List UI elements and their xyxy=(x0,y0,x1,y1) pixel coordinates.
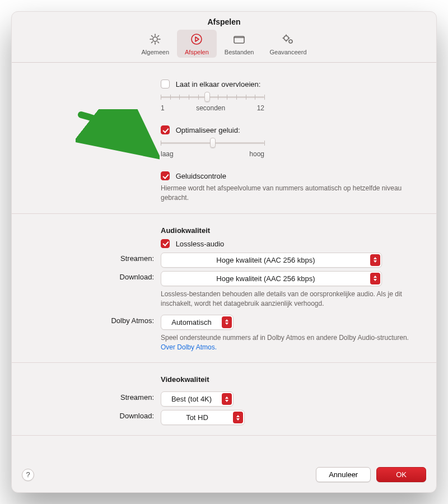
optimize-checkbox[interactable] xyxy=(161,125,170,134)
video-stream-label: Streamen: xyxy=(32,391,161,402)
tab-advanced[interactable]: Geavanceerd xyxy=(262,30,314,58)
audio-header: Audiokwaliteit xyxy=(161,226,416,235)
soundcheck-desc: Hiermee wordt het afspeelvolume van numm… xyxy=(161,184,416,203)
optimize-high: hoog xyxy=(249,150,264,158)
select-caret-icon xyxy=(233,412,243,423)
tab-files[interactable]: Bestanden xyxy=(217,30,262,58)
lossless-checkbox[interactable] xyxy=(161,239,170,248)
dolby-desc: Speel ondersteunde nummers af in Dolby A… xyxy=(161,333,416,353)
optimize-label: Optimaliseer geluid: xyxy=(176,126,240,134)
help-button[interactable]: ? xyxy=(22,469,34,481)
audio-stream-select[interactable]: Hoge kwaliteit (AAC 256 kbps) xyxy=(161,253,382,268)
optimize-low: laag xyxy=(161,150,174,158)
lossless-label: Lossless-audio xyxy=(176,240,225,248)
svg-point-1 xyxy=(192,34,202,44)
audio-download-label: Download: xyxy=(32,271,161,281)
crossfade-min: 1 xyxy=(161,104,165,112)
soundcheck-checkbox[interactable] xyxy=(161,171,170,180)
crossfade-row: Laat in elkaar overvloeien: 1 seconden 1… xyxy=(32,80,416,112)
svg-point-3 xyxy=(284,36,288,40)
cancel-button[interactable]: Annuleer xyxy=(316,467,371,482)
soundcheck-row: Geluidscontrole Hiermee wordt het afspee… xyxy=(32,171,416,203)
tab-label: Algemeen xyxy=(141,49,169,55)
soundcheck-label: Geluidscontrole xyxy=(176,172,226,180)
pref-toolbar: Algemeen Afspelen Bestanden Geavanceerd xyxy=(12,30,436,63)
footer: ? Annuleer OK xyxy=(12,459,436,492)
crossfade-checkbox[interactable] xyxy=(161,80,170,88)
dolby-label: Dolby Atmos: xyxy=(32,315,161,325)
gears-icon xyxy=(281,32,295,46)
tab-label: Bestanden xyxy=(225,49,254,55)
window-title: Afspelen xyxy=(12,12,436,30)
lossless-desc: Lossless-bestanden behouden alle details… xyxy=(161,290,416,309)
video-header: Videokwaliteit xyxy=(161,375,416,384)
select-caret-icon xyxy=(222,393,232,405)
crossfade-max: 12 xyxy=(257,104,264,112)
video-download-select[interactable]: Tot HD xyxy=(161,410,245,425)
select-caret-icon xyxy=(370,254,380,266)
select-caret-icon xyxy=(370,273,380,284)
optimize-row: Optimaliseer geluid: laag hoog xyxy=(32,125,416,158)
crossfade-label: Laat in elkaar overvloeien: xyxy=(176,80,261,88)
crossfade-unit: seconden xyxy=(165,104,257,112)
crossfade-slider[interactable]: 1 seconden 12 xyxy=(161,92,416,112)
video-download-label: Download: xyxy=(32,410,161,420)
audio-stream-label: Streamen: xyxy=(32,253,161,263)
tab-playback[interactable]: Afspelen xyxy=(177,30,217,58)
play-circle-icon xyxy=(189,32,204,46)
folder-icon xyxy=(232,32,246,46)
gear-icon xyxy=(148,32,162,46)
dolby-link[interactable]: Over Dolby Atmos. xyxy=(161,343,217,351)
select-caret-icon xyxy=(222,316,232,328)
tab-label: Geavanceerd xyxy=(269,49,306,55)
optimize-slider[interactable]: laag hoog xyxy=(161,138,416,158)
content-pane: Laat in elkaar overvloeien: 1 seconden 1… xyxy=(12,63,436,459)
preferences-window: Afspelen Algemeen Afspelen Bestanden Gea… xyxy=(11,11,437,493)
tab-general[interactable]: Algemeen xyxy=(133,30,177,58)
tab-label: Afspelen xyxy=(185,49,209,55)
svg-point-0 xyxy=(153,37,157,41)
svg-point-4 xyxy=(289,40,292,43)
ok-button[interactable]: OK xyxy=(376,467,426,482)
audio-download-select[interactable]: Hoge kwaliteit (AAC 256 kbps) xyxy=(161,271,382,286)
